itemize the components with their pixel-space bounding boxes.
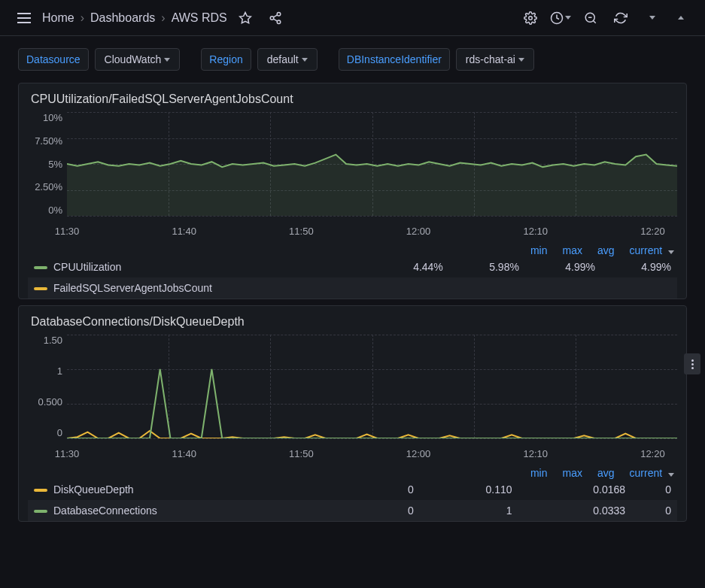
legend-row[interactable]: CPUUtilization 4.44%5.98% 4.99%4.99% bbox=[28, 256, 677, 277]
legend-header-min[interactable]: min bbox=[530, 244, 548, 256]
dbid-label: DBInstanceIdentifier bbox=[339, 48, 450, 71]
y-axis: 1.5010.5000 bbox=[28, 335, 67, 438]
svg-point-6 bbox=[529, 16, 533, 20]
svg-line-5 bbox=[273, 14, 277, 17]
svg-line-9 bbox=[593, 20, 595, 23]
topbar: Home › Dashboards › AWS RDS bbox=[0, 0, 705, 36]
template-variables: Datasource CloudWatch Region default DBI… bbox=[0, 36, 705, 77]
svg-point-3 bbox=[277, 20, 281, 24]
legend-table: DiskQueueDepth 00.110 0.01680DatabaseCon… bbox=[28, 479, 677, 521]
collapse-icon[interactable] bbox=[669, 6, 693, 30]
settings-icon[interactable] bbox=[518, 6, 542, 30]
dbid-dropdown[interactable]: rds-chat-ai bbox=[456, 48, 534, 71]
breadcrumb-home[interactable]: Home bbox=[42, 11, 74, 25]
y-axis: 10%7.50%5%2.50%0% bbox=[28, 112, 67, 216]
breadcrumb: Home › Dashboards › AWS RDS bbox=[42, 11, 227, 25]
region-value: default bbox=[267, 53, 299, 65]
hamburger-menu[interactable] bbox=[12, 6, 36, 30]
svg-point-1 bbox=[277, 12, 281, 16]
panel-title[interactable]: CPUUtilization/FailedSQLServerAgentJobsC… bbox=[28, 89, 677, 112]
star-icon[interactable] bbox=[233, 6, 257, 30]
refresh-interval[interactable] bbox=[639, 6, 663, 30]
region-dropdown[interactable]: default bbox=[257, 48, 318, 71]
legend-header-avg[interactable]: avg bbox=[597, 467, 615, 479]
legend-row[interactable]: DiskQueueDepth 00.110 0.01680 bbox=[28, 479, 677, 500]
x-axis: 11:3011:4011:5012:0012:1012:20 bbox=[67, 448, 677, 459]
dbid-value: rds-chat-ai bbox=[466, 53, 515, 65]
svg-line-4 bbox=[273, 19, 277, 21]
breadcrumb-dashboards[interactable]: Dashboards bbox=[90, 11, 155, 25]
legend-header-max[interactable]: max bbox=[563, 244, 582, 256]
panel-menu-icon[interactable] bbox=[684, 353, 700, 374]
legend-header-max[interactable]: max bbox=[563, 467, 582, 479]
chart-plot[interactable] bbox=[67, 112, 677, 216]
legend-header-current[interactable]: current bbox=[630, 244, 674, 256]
panel-cpu: CPUUtilization/FailedSQLServerAgentJobsC… bbox=[18, 83, 687, 299]
datasource-label: Datasource bbox=[18, 48, 89, 71]
share-icon[interactable] bbox=[263, 6, 287, 30]
chart-plot[interactable] bbox=[67, 335, 677, 438]
svg-marker-0 bbox=[239, 12, 251, 23]
time-picker[interactable] bbox=[549, 6, 573, 30]
panel-db: DatabaseConnections/DiskQueueDepth 1.501… bbox=[18, 305, 687, 522]
svg-point-2 bbox=[270, 16, 274, 20]
region-label: Region bbox=[201, 48, 251, 71]
legend-row[interactable]: DatabaseConnections 01 0.03330 bbox=[28, 500, 677, 521]
legend-header-current[interactable]: current bbox=[630, 467, 674, 479]
legend-table: CPUUtilization 4.44%5.98% 4.99%4.99%Fail… bbox=[28, 256, 677, 299]
datasource-dropdown[interactable]: CloudWatch bbox=[95, 48, 181, 71]
legend-header-avg[interactable]: avg bbox=[597, 244, 615, 256]
panel-title[interactable]: DatabaseConnections/DiskQueueDepth bbox=[28, 312, 677, 335]
legend-row[interactable]: FailedSQLServerAgentJobsCount bbox=[28, 277, 677, 299]
refresh-icon[interactable] bbox=[609, 6, 633, 30]
zoom-out-icon[interactable] bbox=[579, 6, 603, 30]
breadcrumb-current[interactable]: AWS RDS bbox=[172, 11, 227, 25]
legend-header-min[interactable]: min bbox=[530, 467, 548, 479]
x-axis: 11:3011:4011:5012:0012:1012:20 bbox=[67, 226, 677, 237]
datasource-value: CloudWatch bbox=[105, 53, 162, 65]
